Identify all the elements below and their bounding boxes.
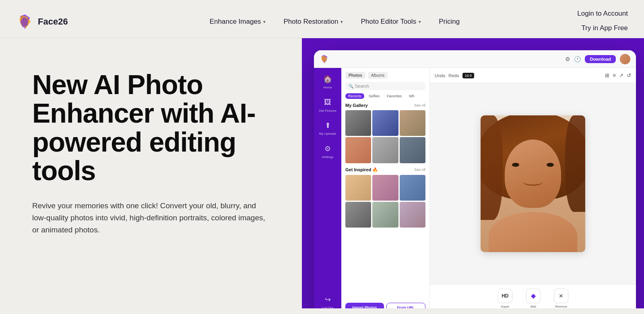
share-icon[interactable]: ↗ <box>619 72 623 78</box>
hero-section: New AI Photo Enhancer with AI-powered ed… <box>0 38 302 308</box>
inspired-thumb[interactable] <box>400 175 425 201</box>
inspired-title: Get Inspired 🔥 <box>345 167 378 172</box>
sidebar-item-settings[interactable]: ⚙ Settings <box>322 144 334 159</box>
remove-scratches-icon: ✕ <box>554 289 568 303</box>
download-button[interactable]: Download <box>585 55 616 63</box>
home-icon: 🏠 <box>323 74 332 84</box>
gallery-header: My Gallery See All <box>345 103 425 108</box>
app-window: ⚙ 🕐 Download 🏠 Home 🖼 Old Pictures <box>314 50 636 308</box>
editor-bottom-bar: HD SuperResolution ◆ AddColorization <box>430 284 636 308</box>
gallery-thumb[interactable] <box>372 137 398 163</box>
gallery-thumb[interactable] <box>400 110 425 136</box>
nav-pricing[interactable]: Pricing <box>430 12 469 31</box>
uploads-icon: ⬆ <box>323 121 332 130</box>
gallery-thumb[interactable] <box>345 137 371 163</box>
colorization-tool[interactable]: ◆ AddColorization <box>525 289 542 308</box>
app-logo-small-icon <box>320 54 329 64</box>
try-in-app-link[interactable]: Try in App Free <box>581 22 628 38</box>
remove-scratches-label: RemoveScratches <box>554 305 568 308</box>
gallery-grid <box>345 110 425 163</box>
undo-redo-controls: Undo Redo 16:9 <box>435 73 474 78</box>
clock-icon: 🕐 <box>574 55 581 63</box>
editor-canvas <box>430 83 636 284</box>
hd-icon: HD <box>498 289 512 303</box>
inspired-grid <box>345 175 425 228</box>
super-resolution-label: SuperResolution <box>497 305 513 308</box>
inspired-see-all[interactable]: See All <box>414 168 425 172</box>
sidebar-item-logout[interactable]: ↪ Log Out <box>322 295 333 308</box>
gallery-thumb[interactable] <box>345 110 371 136</box>
search-bar[interactable]: 🔍 Search <box>345 82 425 90</box>
super-resolution-tool[interactable]: HD SuperResolution <box>497 289 513 308</box>
colorization-label: AddColorization <box>525 305 542 308</box>
hero-title: New AI Photo Enhancer with AI-powered ed… <box>32 70 278 185</box>
filter-other[interactable]: Wh <box>406 93 417 99</box>
login-link[interactable]: Login to Account <box>577 6 628 22</box>
chevron-down-icon: ▾ <box>263 19 266 25</box>
gallery-thumb[interactable] <box>372 110 398 136</box>
nav-enhance-images[interactable]: Enhance Images ▾ <box>201 12 275 31</box>
import-buttons: Import Photos From URL <box>345 303 425 308</box>
editor-panel: Undo Redo 16:9 ⊞ ≡ ↗ ↺ <box>430 68 636 308</box>
inspired-thumb[interactable] <box>400 202 425 228</box>
hero-app-preview: ⚙ 🕐 Download 🏠 Home 🖼 Old Pictures <box>302 38 644 308</box>
portrait-face <box>481 115 585 252</box>
colorization-icon: ◆ <box>526 289 541 303</box>
search-placeholder: Search <box>355 84 369 88</box>
sidebar-item-home[interactable]: 🏠 Home <box>323 74 332 90</box>
sidebar-item-my-uploads[interactable]: ⬆ My Uploads <box>319 121 336 136</box>
app-topbar: ⚙ 🕐 Download <box>314 50 636 68</box>
main-nav: Enhance Images ▾ Photo Restoration ▾ Pho… <box>92 12 578 31</box>
nav-photo-editor-tools[interactable]: Photo Editor Tools ▾ <box>352 12 430 31</box>
app-body: 🏠 Home 🖼 Old Pictures ⬆ My Uploads ⚙ Set… <box>314 68 636 308</box>
chevron-down-icon: ▾ <box>341 19 343 25</box>
app-topbar-icons: ⚙ 🕐 <box>564 55 581 63</box>
inspired-thumb[interactable] <box>345 175 371 201</box>
ratio-badge: 16:9 <box>462 73 475 78</box>
editor-toolbar: Undo Redo 16:9 ⊞ ≡ ↗ ↺ <box>430 68 636 83</box>
redo-label[interactable]: Redo <box>448 73 459 78</box>
gear-icon: ⚙ <box>323 144 332 154</box>
filter-selfies[interactable]: Selfies <box>366 93 382 99</box>
header-right: Login to Account Try in App Free <box>577 6 628 38</box>
editor-toolbar-icons: ⊞ ≡ ↗ ↺ <box>605 72 631 78</box>
photos-panel: Photos Albums 🔍 Search Recents Selfies F… <box>341 68 430 308</box>
undo-icon[interactable]: ↺ <box>627 72 631 78</box>
logout-icon: ↪ <box>323 295 332 304</box>
app-sidebar: 🏠 Home 🖼 Old Pictures ⬆ My Uploads ⚙ Set… <box>314 68 341 308</box>
filter-tabs: Recents Selfies Favorites Wh <box>345 93 425 99</box>
portrait-image <box>481 115 585 252</box>
user-avatar <box>620 54 630 64</box>
undo-label[interactable]: Undo <box>435 73 445 78</box>
inspired-thumb[interactable] <box>345 202 371 228</box>
sidebar-item-old-pictures[interactable]: 🖼 Old Pictures <box>319 98 336 113</box>
app-main-panel: Photos Albums 🔍 Search Recents Selfies F… <box>341 68 636 308</box>
gallery-thumb[interactable] <box>400 137 425 163</box>
inspired-header: Get Inspired 🔥 See All <box>345 167 425 172</box>
filter-favorites[interactable]: Favorites <box>384 93 405 99</box>
import-photos-button[interactable]: Import Photos <box>345 303 384 308</box>
tab-photos[interactable]: Photos <box>345 72 365 79</box>
header: Face26 Enhance Images ▾ Photo Restoratio… <box>0 0 644 38</box>
inspired-thumb[interactable] <box>372 175 398 201</box>
filter-recents[interactable]: Recents <box>345 93 364 99</box>
brand-name: Face26 <box>38 16 68 27</box>
face26-logo-icon <box>16 13 34 31</box>
old-pictures-icon: 🖼 <box>323 98 332 107</box>
nav-photo-restoration[interactable]: Photo Restoration ▾ <box>275 12 352 31</box>
remove-scratches-tool[interactable]: ✕ RemoveScratches <box>554 289 568 308</box>
chevron-down-icon: ▾ <box>419 19 421 25</box>
gallery-see-all[interactable]: See All <box>414 103 425 107</box>
main-content: New AI Photo Enhancer with AI-powered ed… <box>0 38 644 308</box>
layers-icon[interactable]: ≡ <box>613 72 616 78</box>
inspired-thumb[interactable] <box>372 202 398 228</box>
search-icon: 🔍 <box>349 84 353 88</box>
photos-albums-tabs: Photos Albums <box>345 72 425 79</box>
hero-subtitle: Revive your memories with one click! Con… <box>32 200 266 236</box>
logo-area[interactable]: Face26 <box>16 13 68 31</box>
grid-icon[interactable]: ⊞ <box>605 72 609 78</box>
gallery-title: My Gallery <box>345 103 368 108</box>
from-url-button[interactable]: From URL <box>386 303 426 308</box>
settings-icon: ⚙ <box>564 55 571 63</box>
tab-albums[interactable]: Albums <box>368 72 388 79</box>
